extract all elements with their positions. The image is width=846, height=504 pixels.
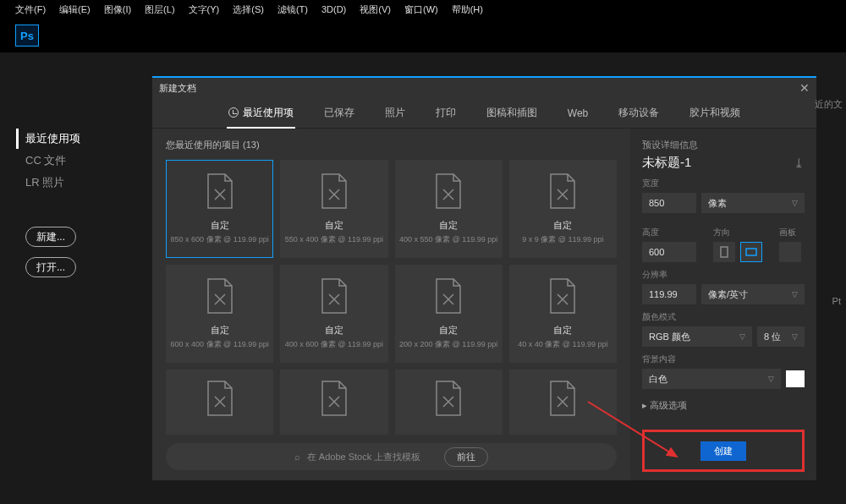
tab-art[interactable]: 图稿和插图 (485, 99, 539, 127)
height-label: 高度 (642, 227, 696, 238)
details-header: 预设详细信息 (642, 139, 805, 151)
preset-item[interactable]: 自定9 x 9 像素 @ 119.99 ppi (509, 160, 617, 258)
preset-dimensions: 200 x 200 像素 @ 119.99 ppi (399, 339, 497, 350)
tab-print[interactable]: 打印 (434, 99, 458, 127)
tab-mobile[interactable]: 移动设备 (617, 99, 661, 127)
ps-logo-icon: Ps (15, 25, 39, 47)
width-unit-select[interactable]: 像素▽ (701, 193, 805, 213)
artboard-checkbox[interactable] (779, 242, 801, 262)
nav-cc-files[interactable]: CC 文件 (25, 151, 127, 171)
height-input[interactable] (642, 242, 696, 262)
advanced-options-toggle[interactable]: ▸ 高级选项 (642, 399, 805, 412)
preset-item[interactable] (509, 370, 617, 435)
preset-dimensions: 550 x 400 像素 @ 119.99 ppi (285, 234, 383, 245)
menu-view[interactable]: 视图(V) (360, 3, 391, 16)
clock-icon (228, 107, 239, 118)
res-input[interactable] (642, 284, 696, 304)
width-input[interactable] (642, 193, 696, 213)
tab-recent-label: 最近使用项 (243, 106, 294, 120)
preset-name: 自定 (211, 219, 229, 232)
preset-item[interactable]: 自定400 x 600 像素 @ 119.99 ppi (280, 265, 387, 363)
chevron-down-icon: ▽ (792, 332, 798, 341)
go-button[interactable]: 前往 (444, 447, 488, 467)
menu-type[interactable]: 文字(Y) (189, 3, 220, 16)
bg-select[interactable]: 白色▽ (642, 369, 781, 389)
menu-help[interactable]: 帮助(H) (452, 3, 483, 16)
new-document-dialog: 新建文档 ✕ 最近使用项 已保存 照片 打印 图稿和插图 Web 移动设备 胶片… (152, 76, 816, 480)
document-icon (547, 277, 578, 317)
menu-image[interactable]: 图像(I) (104, 3, 131, 16)
res-unit-select[interactable]: 像素/英寸▽ (701, 284, 805, 304)
preset-dimensions: 9 x 9 像素 @ 119.99 ppi (522, 234, 603, 245)
preset-name: 自定 (439, 324, 458, 337)
preset-name: 自定 (211, 324, 229, 337)
create-button[interactable]: 创建 (700, 441, 746, 461)
preset-item[interactable]: 自定400 x 550 像素 @ 119.99 ppi (395, 160, 503, 258)
new-button[interactable]: 新建... (25, 227, 76, 247)
preset-item[interactable]: 自定200 x 200 像素 @ 119.99 ppi (395, 265, 503, 363)
preset-name: 自定 (325, 219, 343, 232)
preset-name: 自定 (553, 324, 572, 337)
preset-dimensions: 400 x 600 像素 @ 119.99 ppi (285, 339, 383, 350)
document-icon (319, 277, 349, 317)
app-logo-bar: Ps (0, 19, 846, 52)
nav-recent[interactable]: 最近使用项 (16, 129, 127, 149)
svg-rect-1 (746, 249, 756, 255)
orient-portrait-button[interactable] (713, 242, 735, 262)
chevron-down-icon: ▽ (768, 375, 774, 383)
details-panel: 预设详细信息 未标题-1 ⤓ 宽度 像素▽ 高度 方向 (630, 129, 816, 480)
menu-file[interactable]: 文件(F) (15, 3, 46, 16)
preset-name: 自定 (439, 219, 458, 232)
document-icon (433, 380, 464, 419)
nav-lr-photos[interactable]: LR 照片 (25, 173, 127, 193)
document-icon (547, 173, 578, 212)
menu-layer[interactable]: 图层(L) (145, 3, 174, 16)
preset-item[interactable] (166, 370, 273, 435)
orient-landscape-button[interactable] (740, 242, 762, 262)
presets-grid: 自定850 x 600 像素 @ 119.99 ppi自定550 x 400 像… (166, 160, 617, 435)
preset-item[interactable]: 自定850 x 600 像素 @ 119.99 ppi (166, 160, 273, 258)
preset-item[interactable] (395, 370, 503, 435)
menu-3d[interactable]: 3D(D) (321, 4, 346, 14)
tab-film[interactable]: 胶片和视频 (688, 99, 742, 127)
tab-web[interactable]: Web (566, 101, 590, 126)
menu-select[interactable]: 选择(S) (233, 3, 264, 16)
preset-item[interactable]: 自定550 x 400 像素 @ 119.99 ppi (280, 160, 387, 258)
preset-dimensions: 400 x 550 像素 @ 119.99 ppi (399, 234, 497, 245)
document-icon (319, 173, 349, 212)
color-mode-select[interactable]: RGB 颜色▽ (642, 326, 752, 347)
presets-area: 您最近使用的项目 (13) 自定850 x 600 像素 @ 119.99 pp… (152, 129, 630, 480)
menu-window[interactable]: 窗口(W) (404, 3, 438, 16)
tab-saved[interactable]: 已保存 (322, 99, 356, 127)
artboard-label: 画板 (779, 227, 801, 238)
home-sidebar: 最近使用项 CC 文件 LR 照片 新建... 打开... (25, 129, 127, 288)
preset-item[interactable]: 自定40 x 40 像素 @ 119.99 ppi (509, 265, 617, 363)
preset-item[interactable]: 自定600 x 400 像素 @ 119.99 ppi (166, 265, 273, 363)
presets-label: 您最近使用的项目 (13) (166, 139, 617, 151)
menu-edit[interactable]: 编辑(E) (59, 3, 91, 16)
bg-swatch[interactable] (786, 370, 805, 387)
document-icon (319, 380, 349, 419)
width-label: 宽度 (642, 178, 805, 189)
preset-name: 自定 (325, 324, 343, 337)
document-icon (433, 277, 464, 317)
cropped-text-2: Pt (832, 296, 841, 306)
menu-filter[interactable]: 滤镜(T) (277, 3, 308, 16)
preset-item[interactable] (280, 370, 387, 435)
stock-search-bar[interactable]: ⌕ 在 Adobe Stock 上查找模板 前往 (166, 443, 617, 470)
search-placeholder: 在 Adobe Stock 上查找模板 (307, 451, 421, 463)
app-menubar: 文件(F) 编辑(E) 图像(I) 图层(L) 文字(Y) 选择(S) 滤镜(T… (0, 0, 846, 19)
open-button[interactable]: 打开... (25, 257, 76, 277)
color-bits-select[interactable]: 8 位▽ (757, 326, 805, 347)
doc-name[interactable]: 未标题-1 (642, 155, 691, 171)
close-icon[interactable]: ✕ (799, 81, 810, 95)
tab-recent[interactable]: 最近使用项 (227, 99, 295, 129)
search-icon: ⌕ (294, 452, 300, 462)
orient-label: 方向 (713, 227, 762, 238)
cropped-text: 近的文 (815, 98, 843, 111)
create-highlight-annotation: 创建 (642, 430, 805, 472)
res-label: 分辨率 (642, 269, 805, 281)
save-preset-icon[interactable]: ⤓ (794, 156, 805, 171)
home-nav: 最近使用项 CC 文件 LR 照片 (25, 129, 127, 193)
tab-photo[interactable]: 照片 (383, 99, 407, 127)
